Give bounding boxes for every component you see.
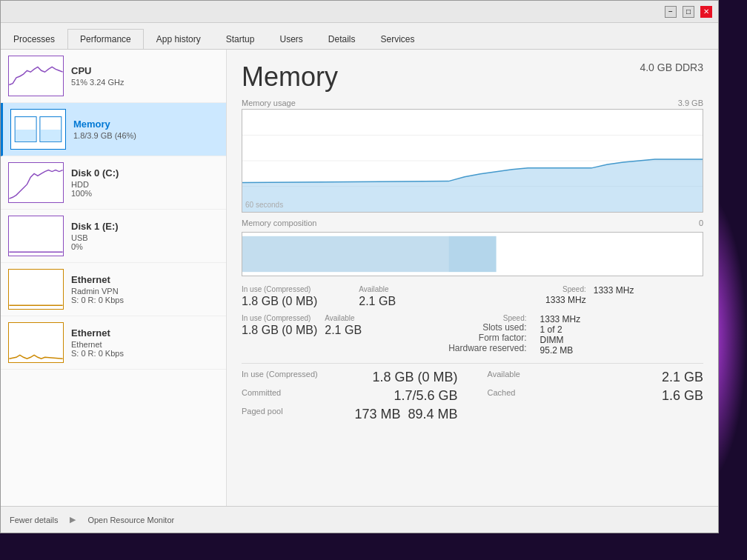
usage-label-text: Memory usage xyxy=(242,99,296,107)
tab-users[interactable]: Users xyxy=(267,29,315,49)
stats-grid-main: In use (Compressed) 1.8 GB (0 MB) Availa… xyxy=(242,314,703,356)
memory-usage-section: Memory usage 3.9 GB 60 seconds xyxy=(242,99,703,213)
tab-bar: Processes Performance App history Startu… xyxy=(1,23,718,50)
stat-in-use-block: In use (Compressed) 1.8 GB (0 MB) xyxy=(242,314,317,356)
memory-usage: 1.8/3.9 GB (46%) xyxy=(73,131,219,140)
close-button[interactable]: ✕ xyxy=(700,6,712,18)
stats-bottom: In use (Compressed) 1.8 GB (0 MB) Commit… xyxy=(242,363,703,425)
panel-title: Memory xyxy=(242,61,338,93)
ethernet2-speed: S: 0 R: 0 Kbps xyxy=(71,349,219,358)
committed-lb: Committed xyxy=(242,388,281,404)
memory-panel: Memory 4.0 GB DDR3 Memory usage 3.9 GB xyxy=(227,50,718,506)
slots-label2: Slots used: xyxy=(369,322,526,333)
maximize-button[interactable]: □ xyxy=(683,6,694,18)
disk0-mini-graph xyxy=(8,162,64,203)
disk1-info: Disk 1 (E:) USB 0% xyxy=(71,221,219,251)
right-stats: Available 2.1 GB Cached 1.6 GB xyxy=(488,370,704,425)
cpu-label: CPU xyxy=(71,65,219,76)
sidebar-item-ethernet2[interactable]: Ethernet Ethernet S: 0 R: 0 Kbps xyxy=(1,316,226,370)
paged-vb: 173 MB 89.4 MB xyxy=(354,407,457,422)
speed-value: 1333 MHz xyxy=(477,295,586,305)
left-stats: In use (Compressed) 1.8 GB (0 MB) Commit… xyxy=(242,370,458,425)
in-use-label2: In use (Compressed) xyxy=(242,314,317,322)
tab-details[interactable]: Details xyxy=(316,29,368,49)
time-axis-label: 60 seconds xyxy=(245,201,283,209)
disk1-mini-graph xyxy=(8,216,64,256)
cpu-info: CPU 51% 3.24 GHz xyxy=(71,65,219,87)
usage-chart-label: Memory usage 3.9 GB xyxy=(242,99,703,107)
minimize-button[interactable]: − xyxy=(665,6,677,18)
memory-mini-graph xyxy=(10,109,66,150)
avail-lb: Available xyxy=(488,370,520,385)
window-controls: − □ ✕ xyxy=(665,6,712,18)
sidebar-item-cpu[interactable]: CPU 51% 3.24 GHz xyxy=(1,50,226,103)
committed-row: Committed 1.7/5.6 GB xyxy=(242,388,458,404)
speed-label: Speed: xyxy=(477,285,586,293)
main-content: CPU 51% 3.24 GHz Memory 1.8/3.9 GB (46 xyxy=(1,50,718,506)
disk0-type: HDD xyxy=(71,180,219,189)
stat-avail-block: Available 2.1 GB xyxy=(325,314,362,356)
ethernet1-label: Ethernet xyxy=(71,274,219,285)
cached-vb: 1.6 GB xyxy=(662,388,703,404)
form-val2: DIMM xyxy=(540,335,703,345)
svg-rect-3 xyxy=(41,130,61,141)
paged-lb: Paged pool xyxy=(242,407,283,422)
stat-available: Available 2.1 GB xyxy=(359,285,468,308)
memory-comp-section: Memory composition 0 xyxy=(242,219,703,276)
sidebar-item-memory[interactable]: Memory 1.8/3.9 GB (46%) xyxy=(1,103,226,156)
ethernet2-info: Ethernet Ethernet S: 0 R: 0 Kbps xyxy=(71,327,219,358)
cpu-mini-graph xyxy=(8,56,64,96)
disk0-usage: 100% xyxy=(71,189,219,198)
paged-row: Paged pool 173 MB 89.4 MB xyxy=(242,407,458,422)
stat-speed: Speed: 1333 MHz xyxy=(477,285,586,308)
cpu-usage: 51% 3.24 GHz xyxy=(71,78,219,87)
comp-max-label: 0 xyxy=(699,219,703,227)
stat-speed-block: Speed: Slots used: Form factor: Hardware… xyxy=(369,314,532,356)
separator: ▶ xyxy=(70,515,76,524)
disk1-label: Disk 1 (E:) xyxy=(71,221,219,232)
svg-rect-8 xyxy=(242,236,448,272)
memory-label: Memory xyxy=(73,119,219,130)
tab-services[interactable]: Services xyxy=(368,29,428,49)
comp-chart-label: Memory composition 0 xyxy=(242,219,703,227)
tab-startup[interactable]: Startup xyxy=(213,29,268,49)
svg-rect-2 xyxy=(16,130,36,141)
committed-vb: 1.7/5.6 GB xyxy=(394,388,457,404)
title-bar: − □ ✕ xyxy=(1,1,718,23)
fewer-details-link[interactable]: Fewer details xyxy=(10,516,58,524)
sidebar-item-disk1[interactable]: Disk 1 (E:) USB 0% xyxy=(1,210,226,263)
tab-performance[interactable]: Performance xyxy=(67,29,144,49)
ethernet1-adapter: Radmin VPN xyxy=(71,287,219,296)
ethernet1-info: Ethernet Radmin VPN S: 0 R: 0 Kbps xyxy=(71,274,219,304)
comp-label-text: Memory composition xyxy=(242,219,316,227)
disk0-info: Disk 0 (C:) HDD 100% xyxy=(71,167,219,198)
in-use-label: In use (Compressed) xyxy=(242,285,351,293)
ethernet1-mini-graph xyxy=(8,269,64,310)
tab-processes[interactable]: Processes xyxy=(1,29,67,49)
open-resource-monitor-link[interactable]: Open Resource Monitor xyxy=(87,516,174,524)
memory-composition-chart xyxy=(242,232,703,276)
tab-app-history[interactable]: App history xyxy=(144,29,213,49)
slots-val2: 1 of 2 xyxy=(540,324,703,335)
stat-in-use: In use (Compressed) 1.8 GB (0 MB) xyxy=(242,285,351,308)
cached-lb: Cached xyxy=(488,388,516,404)
svg-marker-7 xyxy=(242,159,703,212)
in-use-value: 1.8 GB (0 MB) xyxy=(242,295,351,308)
sidebar-item-disk0[interactable]: Disk 0 (C:) HDD 100% xyxy=(1,156,226,210)
in-use-vb: 1.8 GB (0 MB) xyxy=(372,370,457,385)
disk1-type: USB xyxy=(71,233,219,242)
cached-row: Cached 1.6 GB xyxy=(488,388,704,404)
available-label: Available xyxy=(359,285,468,293)
disk1-usage: 0% xyxy=(71,242,219,251)
disk0-label: Disk 0 (C:) xyxy=(71,167,219,179)
sidebar: CPU 51% 3.24 GHz Memory 1.8/3.9 GB (46 xyxy=(1,50,227,506)
in-use-lb: In use (Compressed) xyxy=(242,370,318,385)
memory-usage-chart: 60 seconds xyxy=(242,109,703,213)
memory-type: 4.0 GB DDR3 xyxy=(640,61,703,73)
stats-row1: In use (Compressed) 1.8 GB (0 MB) Availa… xyxy=(242,285,703,308)
stat-right-col: 1333 MHz xyxy=(594,285,703,308)
sidebar-item-ethernet1[interactable]: Ethernet Radmin VPN S: 0 R: 0 Kbps xyxy=(1,263,226,316)
speed-val2: 1333 MHz xyxy=(540,314,703,324)
in-use-value2: 1.8 GB (0 MB) xyxy=(242,324,317,337)
avail-row: Available 2.1 GB xyxy=(488,370,704,385)
